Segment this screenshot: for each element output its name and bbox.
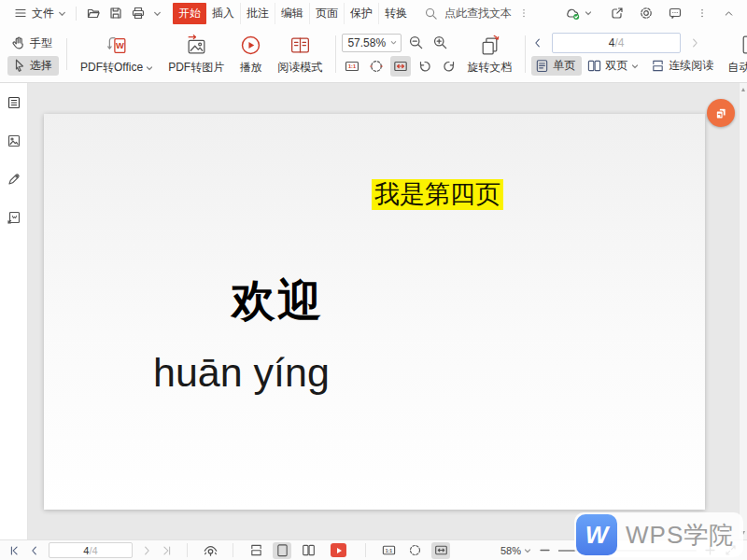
double-page-view-button[interactable]: 双页 xyxy=(584,56,645,76)
tab-page[interactable]: 页面 xyxy=(310,3,345,24)
rotate-document-button[interactable]: 旋转文档 xyxy=(459,26,519,82)
scroll-down-arrow[interactable] xyxy=(741,531,745,535)
page-title-text[interactable]: 欢迎 xyxy=(232,276,323,325)
zoom-group: 57.58% 1:1 xyxy=(342,26,459,82)
last-page-icon[interactable] xyxy=(161,544,174,557)
play-slideshow-button[interactable]: 播放 xyxy=(232,26,270,82)
vertical-scrollbar[interactable] xyxy=(739,83,747,539)
continuous-reading-button[interactable]: 连续阅读 xyxy=(647,56,720,76)
hand-icon xyxy=(11,35,26,50)
scroll-up-arrow[interactable] xyxy=(741,88,745,91)
fit-page-icon xyxy=(408,543,422,557)
play-button[interactable] xyxy=(331,543,346,557)
zoom-percent-button[interactable]: 58% xyxy=(500,545,531,556)
fit-page-icon xyxy=(369,59,384,74)
annotation-pen-icon[interactable] xyxy=(7,172,21,187)
pdf-to-image-button[interactable]: PDF转图片 xyxy=(161,26,232,82)
share-icon[interactable] xyxy=(610,6,625,21)
zoom-out-icon xyxy=(408,35,424,50)
tab-protect[interactable]: 保护 xyxy=(345,3,379,24)
rotate-left-button[interactable] xyxy=(415,56,435,77)
fit-width-button[interactable] xyxy=(431,542,450,559)
single-page-view-button[interactable]: 单页 xyxy=(531,56,582,76)
fit-page-button[interactable] xyxy=(366,56,387,77)
open-file-button[interactable] xyxy=(82,6,105,21)
auto-scroll-button[interactable]: 自动滚动 xyxy=(720,26,747,82)
toolbar: 手型 选择 W PDF转Office PDF转图片 播放 阅读模式 xyxy=(0,26,747,83)
cloud-sync-button[interactable] xyxy=(560,6,596,21)
quick-access-more-button[interactable] xyxy=(149,9,165,18)
zoom-plus-icon[interactable] xyxy=(704,544,716,556)
collapse-toolbar-icon[interactable] xyxy=(722,7,736,20)
auto-scroll-label: 自动滚动 xyxy=(727,60,747,76)
rotate-right-button[interactable] xyxy=(439,56,459,77)
reading-mode-button[interactable]: 阅读模式 xyxy=(270,26,330,82)
zoom-level-input[interactable]: 57.58% xyxy=(342,34,402,52)
tab-insert[interactable]: 插入 xyxy=(206,3,241,24)
divider xyxy=(187,543,188,557)
pdf-to-image-icon xyxy=(185,34,208,57)
zoom-slider[interactable] xyxy=(558,544,697,557)
eye-protection-button[interactable] xyxy=(201,542,219,559)
cloud-saved-icon xyxy=(564,6,581,21)
highlighted-text[interactable]: 我是第四页 xyxy=(372,179,503,210)
status-bar: 4/4 1:1 58% xyxy=(0,539,747,560)
tab-home[interactable]: 开始 xyxy=(173,3,206,24)
tab-convert[interactable]: 转换 xyxy=(379,3,413,24)
outline-panel-icon[interactable] xyxy=(7,95,21,110)
hand-tool-button[interactable]: 手型 xyxy=(7,34,59,53)
pinyin-text[interactable]: huān yíng xyxy=(153,351,330,395)
fit-page-button[interactable] xyxy=(405,542,424,559)
slider-knob[interactable] xyxy=(591,546,600,555)
next-page-icon[interactable] xyxy=(140,544,153,557)
previous-page-icon[interactable] xyxy=(531,36,544,49)
zoom-out-button[interactable] xyxy=(405,33,426,53)
feedback-comment-icon[interactable] xyxy=(668,6,683,21)
status-page-input[interactable]: 4/4 xyxy=(49,542,133,558)
actual-size-button[interactable]: 1:1 xyxy=(342,56,362,77)
printer-icon xyxy=(131,6,146,21)
pointer-tools-group: 手型 选择 xyxy=(6,26,61,82)
menubar-right-icons xyxy=(560,6,738,21)
export-notes-icon[interactable] xyxy=(7,210,21,225)
main-menu-button[interactable]: 文件 xyxy=(9,6,70,21)
save-button[interactable] xyxy=(105,6,127,21)
pdf-page[interactable]: 我是第四页 欢迎 huān yíng xyxy=(44,114,705,510)
single-page-view-button[interactable] xyxy=(273,542,291,559)
find-text-box[interactable]: 点此查找文本 xyxy=(424,6,529,21)
tab-comment[interactable]: 批注 xyxy=(241,3,275,24)
previous-page-icon[interactable] xyxy=(28,544,41,557)
cursor-arrow-icon xyxy=(11,58,26,73)
gear-icon[interactable] xyxy=(639,6,654,21)
zoom-level-value: 57.58% xyxy=(347,36,386,49)
document-canvas[interactable]: 我是第四页 欢迎 huān yíng xyxy=(28,83,747,539)
fullscreen-icon[interactable] xyxy=(724,543,738,557)
print-button[interactable] xyxy=(127,6,149,21)
continuous-reading-label: 连续阅读 xyxy=(669,58,713,74)
select-tool-label: 选择 xyxy=(30,58,52,74)
zoom-minus-icon[interactable] xyxy=(539,544,551,556)
zoom-cluster: 58% xyxy=(500,543,740,557)
next-page-icon[interactable] xyxy=(688,36,701,49)
svg-text:W: W xyxy=(116,41,124,50)
fit-width-button[interactable] xyxy=(390,56,411,77)
left-panel-bar xyxy=(0,83,28,539)
ribbon-tabs: 开始 插入 批注 编辑 页面 保护 转换 xyxy=(173,3,413,24)
more-options-icon[interactable] xyxy=(697,7,708,20)
pages-convert-icon xyxy=(713,105,728,120)
select-tool-button[interactable]: 选择 xyxy=(7,56,59,76)
tab-edit[interactable]: 编辑 xyxy=(275,3,310,24)
thumbnails-panel-icon[interactable] xyxy=(7,133,21,148)
zoom-in-button[interactable] xyxy=(430,33,450,53)
double-page-view-button[interactable] xyxy=(299,542,317,559)
page-number-input[interactable]: 4/4 xyxy=(552,33,681,53)
more-dots-icon[interactable] xyxy=(518,7,529,19)
continuous-view-button[interactable] xyxy=(247,542,265,559)
first-page-icon[interactable] xyxy=(7,544,21,557)
actual-size-button[interactable]: 1:1 xyxy=(379,542,398,559)
chevron-down-icon xyxy=(524,547,531,554)
pdf-to-office-button[interactable]: W PDF转Office xyxy=(73,26,161,82)
rotate-right-icon xyxy=(442,59,457,74)
chevron-down-icon xyxy=(58,9,66,18)
convert-floating-button[interactable] xyxy=(707,99,735,127)
